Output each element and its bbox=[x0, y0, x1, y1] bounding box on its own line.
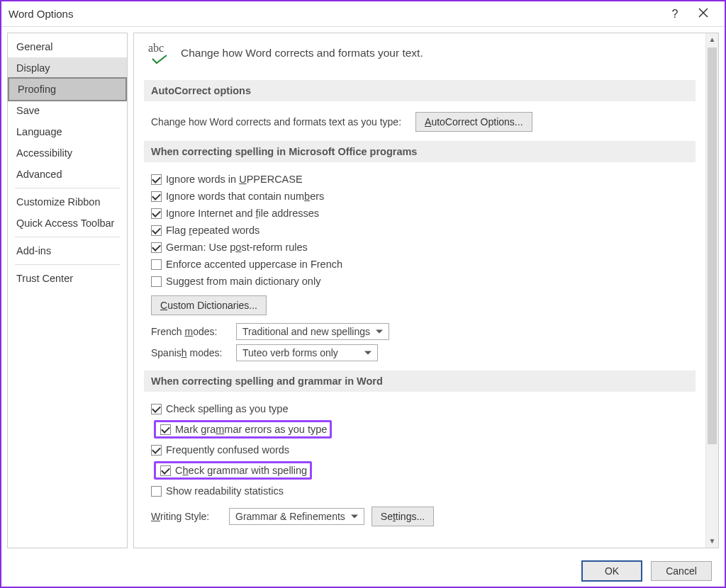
check-label: Ignore Internet and file addresses bbox=[166, 208, 319, 219]
window-title: Word Options bbox=[9, 8, 661, 20]
check-label: Ignore words that contain numbers bbox=[166, 191, 324, 202]
check-label: Suggest from main dictionary only bbox=[166, 276, 320, 287]
cancel-button[interactable]: Cancel bbox=[651, 561, 712, 581]
sidebar-item-language[interactable]: Language bbox=[8, 121, 127, 142]
office-check-2: Ignore Internet and file addresses bbox=[144, 205, 696, 222]
dialog-footer: OK Cancel bbox=[1, 554, 725, 587]
titlebar: Word Options ? bbox=[1, 1, 725, 27]
check-label: Mark grammar errors as you type bbox=[175, 424, 327, 435]
sidebar-item-add-ins[interactable]: Add-ins bbox=[8, 240, 127, 261]
check-label: Check spelling as you type bbox=[166, 403, 289, 414]
office-check-3: Flag repeated words bbox=[144, 222, 696, 239]
ok-button[interactable]: OK bbox=[581, 560, 642, 582]
sidebar-item-display[interactable]: Display bbox=[8, 57, 127, 79]
content-pane: abc Change how Word corrects and formats… bbox=[134, 33, 705, 548]
check-label: Check grammar with spelling bbox=[175, 465, 307, 476]
scroll-up-icon[interactable]: ▲ bbox=[706, 33, 718, 46]
office-check-0: Ignore words in UPPERCASE bbox=[144, 171, 696, 188]
checkbox[interactable] bbox=[160, 424, 171, 435]
office-check-4: German: Use post-reform rules bbox=[144, 239, 696, 256]
word-check-0: Check spelling as you type bbox=[144, 400, 696, 417]
autocorrect-desc: Change how Word corrects and formats tex… bbox=[151, 116, 401, 128]
french-modes-dropdown[interactable]: Traditional and new spellings bbox=[236, 323, 389, 340]
settings-button[interactable]: Settings... bbox=[372, 507, 434, 526]
writing-style-label: Writing Style: bbox=[151, 511, 222, 522]
close-icon[interactable] bbox=[689, 8, 717, 21]
sidebar-item-proofing[interactable]: Proofing bbox=[8, 77, 127, 101]
checkbox[interactable] bbox=[151, 174, 162, 185]
help-icon[interactable]: ? bbox=[661, 8, 689, 21]
check-label: Ignore words in UPPERCASE bbox=[166, 174, 303, 185]
scroll-down-icon[interactable]: ▼ bbox=[706, 535, 718, 548]
page-headline: Change how Word corrects and formats you… bbox=[181, 47, 423, 60]
check-label: Flag repeated words bbox=[166, 225, 259, 236]
check-label: German: Use post-reform rules bbox=[166, 242, 308, 253]
sidebar-item-quick-access-toolbar[interactable]: Quick Access Toolbar bbox=[8, 213, 127, 234]
section-word-spelling-title: When correcting spelling and grammar in … bbox=[144, 371, 696, 392]
check-label: Frequently confused words bbox=[166, 444, 289, 456]
word-check-1: Mark grammar errors as you type bbox=[144, 417, 696, 441]
sidebar: GeneralDisplayProofingSaveLanguageAccess… bbox=[7, 33, 128, 548]
highlight-annotation: Mark grammar errors as you type bbox=[154, 420, 332, 439]
checkbox[interactable] bbox=[151, 208, 162, 219]
spanish-modes-label: Spanish modes: bbox=[151, 347, 229, 358]
word-options-window: Word Options ? GeneralDisplayProofingSav… bbox=[0, 0, 726, 588]
check-label: Enforce accented uppercase in French bbox=[166, 259, 342, 270]
check-label: Show readability statistics bbox=[166, 485, 284, 497]
writing-style-dropdown[interactable]: Grammar & Refinements bbox=[229, 508, 364, 525]
checkbox[interactable] bbox=[151, 486, 162, 497]
vertical-scrollbar[interactable]: ▲ ▼ bbox=[705, 33, 718, 548]
checkbox[interactable] bbox=[151, 445, 162, 456]
word-check-4: Show readability statistics bbox=[144, 482, 696, 499]
section-autocorrect-title: AutoCorrect options bbox=[144, 80, 696, 101]
content-wrap: abc Change how Word corrects and formats… bbox=[133, 33, 719, 548]
checkbox[interactable] bbox=[160, 465, 171, 476]
custom-dictionaries-button[interactable]: Custom Dictionaries... bbox=[151, 295, 267, 315]
section-office-spelling-title: When correcting spelling in Microsoft Of… bbox=[144, 141, 696, 162]
sidebar-item-trust-center[interactable]: Trust Center bbox=[8, 268, 127, 289]
sidebar-item-advanced[interactable]: Advanced bbox=[8, 164, 127, 185]
sidebar-item-save[interactable]: Save bbox=[8, 100, 127, 121]
french-modes-label: French modes: bbox=[151, 326, 229, 337]
dialog-body: GeneralDisplayProofingSaveLanguageAccess… bbox=[1, 27, 725, 554]
highlight-annotation: Check grammar with spelling bbox=[154, 461, 312, 480]
word-check-3: Check grammar with spelling bbox=[144, 458, 696, 482]
office-check-6: Suggest from main dictionary only bbox=[144, 273, 696, 290]
office-check-5: Enforce accented uppercase in French bbox=[144, 256, 696, 273]
checkbox[interactable] bbox=[151, 276, 162, 287]
sidebar-item-accessibility[interactable]: Accessibility bbox=[8, 142, 127, 164]
checkbox[interactable] bbox=[151, 404, 162, 414]
scroll-thumb[interactable] bbox=[708, 47, 717, 444]
spanish-modes-dropdown[interactable]: Tuteo verb forms only bbox=[236, 344, 378, 361]
office-check-1: Ignore words that contain numbers bbox=[144, 188, 696, 205]
autocorrect-options-button[interactable]: AutoCorrect Options... bbox=[415, 112, 532, 132]
sidebar-item-customize-ribbon[interactable]: Customize Ribbon bbox=[8, 191, 127, 213]
checkbox[interactable] bbox=[151, 191, 162, 202]
sidebar-item-general[interactable]: General bbox=[8, 36, 127, 57]
checkbox[interactable] bbox=[151, 242, 162, 253]
page-header: abc Change how Word corrects and formats… bbox=[144, 36, 696, 76]
proofing-icon: abc bbox=[148, 42, 171, 64]
checkbox[interactable] bbox=[151, 259, 162, 270]
word-check-2: Frequently confused words bbox=[144, 441, 696, 458]
checkbox[interactable] bbox=[151, 225, 162, 236]
autocorrect-row: Change how Word corrects and formats tex… bbox=[144, 110, 696, 134]
